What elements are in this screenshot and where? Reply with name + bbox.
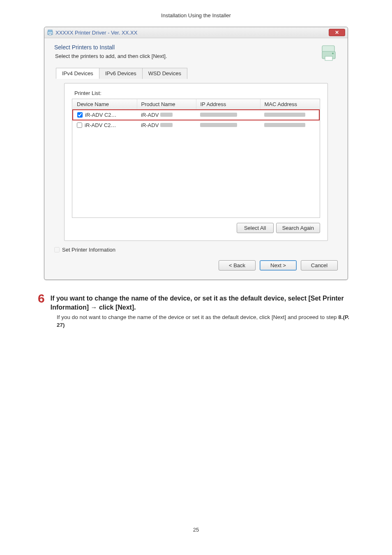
- page-number: 25: [25, 527, 367, 533]
- doc-section-header: Installation Using the Installer: [25, 12, 367, 18]
- col-mac-address[interactable]: MAC Address: [260, 99, 319, 110]
- wizard-step-title: Select Printers to Install: [54, 44, 167, 51]
- cancel-button[interactable]: Cancel: [301, 260, 338, 271]
- wizard-step-subtitle: Select the printers to add, and then cli…: [55, 53, 167, 59]
- product-name-cell: iR-ADV: [141, 112, 159, 118]
- tab-ipv4[interactable]: IPv4 Devices: [56, 68, 99, 79]
- printer-list-label: Printer List:: [74, 90, 320, 96]
- window-title: XXXXX Printer Driver - Ver. XX.XX: [55, 30, 137, 36]
- printer-install-icon: [320, 44, 338, 62]
- next-button[interactable]: Next >: [260, 260, 297, 271]
- search-again-button[interactable]: Search Again: [276, 223, 320, 233]
- redacted-ip: [200, 113, 237, 117]
- row-checkbox[interactable]: [77, 112, 83, 118]
- row-checkbox[interactable]: [77, 123, 82, 128]
- svg-point-6: [332, 53, 334, 54]
- printer-list-table: Device Name Product Name IP Address MAC …: [72, 99, 320, 218]
- redacted-text: [160, 113, 173, 117]
- back-button[interactable]: < Back: [219, 260, 256, 271]
- step-note: If you do not want to change the name of…: [57, 313, 354, 329]
- col-ip-address[interactable]: IP Address: [196, 99, 260, 110]
- svg-rect-5: [325, 56, 332, 60]
- svg-rect-2: [49, 33, 51, 35]
- redacted-ip: [200, 123, 237, 127]
- product-name-cell: iR-ADV: [141, 122, 159, 128]
- col-device-name[interactable]: Device Name: [73, 99, 137, 110]
- step-number: 6: [38, 292, 45, 305]
- close-button[interactable]: ✕: [329, 29, 345, 36]
- titlebar: XXXXX Printer Driver - Ver. XX.XX ✕: [44, 27, 348, 38]
- redacted-text: [160, 123, 173, 127]
- close-icon: ✕: [335, 30, 339, 35]
- table-row[interactable]: iR-ADV C2… iR-ADV: [73, 110, 319, 120]
- installer-window: XXXXX Printer Driver - Ver. XX.XX ✕ Sele…: [44, 27, 348, 280]
- select-all-button[interactable]: Select All: [237, 223, 274, 233]
- redacted-mac: [264, 113, 305, 117]
- tab-ipv6[interactable]: IPv6 Devices: [99, 68, 143, 79]
- redacted-mac: [264, 123, 305, 127]
- instruction-step: 6 If you want to change the name of the …: [38, 292, 354, 312]
- device-name-cell: iR-ADV C2…: [85, 112, 117, 118]
- device-name-cell: iR-ADV C2…: [85, 122, 116, 128]
- printer-icon: [47, 29, 53, 36]
- set-printer-info-label: Set Printer Information: [62, 247, 115, 253]
- tab-wsd[interactable]: WSD Devices: [142, 68, 187, 79]
- table-row[interactable]: iR-ADV C2… iR-ADV: [73, 120, 319, 130]
- col-product-name[interactable]: Product Name: [137, 99, 196, 110]
- step-text: If you want to change the name of the de…: [51, 292, 354, 312]
- set-printer-info-checkbox[interactable]: [54, 247, 60, 252]
- device-tabs: IPv4 Devices IPv6 Devices WSD Devices: [56, 67, 338, 79]
